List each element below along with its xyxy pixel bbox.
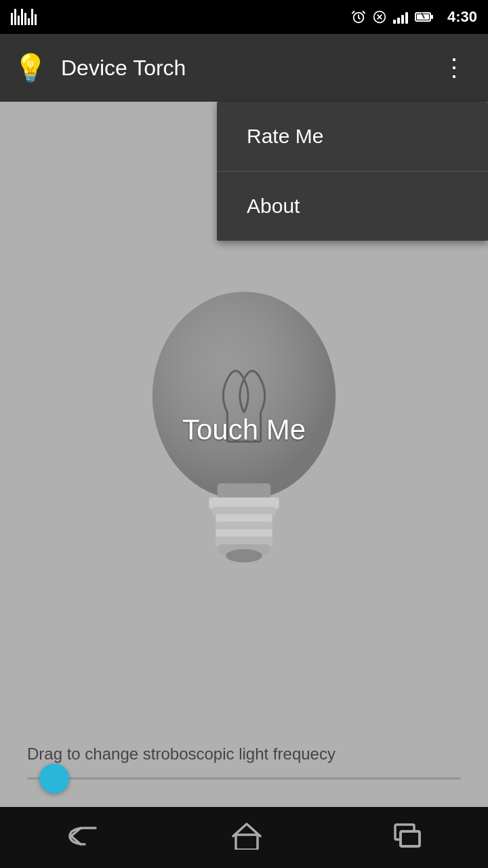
menu-item-rate-me[interactable]: Rate Me — [217, 102, 488, 172]
battery-icon — [415, 11, 434, 23]
cross-icon — [373, 10, 386, 24]
nav-home-button[interactable] — [211, 816, 282, 859]
alarm-icon — [351, 9, 366, 24]
barcode-icon — [11, 9, 37, 25]
nav-bar — [0, 807, 488, 868]
svg-rect-13 — [218, 484, 271, 500]
slider-thumb[interactable] — [39, 764, 69, 793]
slider-section: Drag to change stroboscopic light freque… — [0, 745, 488, 807]
nav-recents-button[interactable] — [372, 816, 443, 859]
home-icon — [232, 823, 262, 850]
nav-back-button[interactable] — [45, 818, 121, 856]
slider-track[interactable] — [27, 777, 461, 780]
slider-label: Drag to change stroboscopic light freque… — [27, 745, 461, 764]
status-bar: 4:30 — [0, 0, 488, 34]
svg-rect-22 — [236, 835, 258, 850]
dropdown-menu: Rate Me About — [217, 102, 488, 241]
recents-icon — [392, 823, 422, 849]
app-bar-title: Device Torch — [61, 56, 435, 81]
svg-rect-24 — [401, 831, 420, 846]
svg-point-9 — [152, 292, 336, 500]
menu-item-about[interactable]: About — [217, 172, 488, 241]
back-icon — [66, 825, 101, 847]
svg-rect-5 — [431, 15, 433, 19]
svg-point-21 — [226, 549, 262, 563]
status-bar-left — [11, 9, 37, 25]
more-options-button[interactable]: ⋮ — [435, 47, 474, 89]
app-bar-bulb-icon: 💡 — [14, 52, 47, 84]
app-bar: 💡 Device Torch ⋮ — [0, 34, 488, 102]
signal-bars-icon — [393, 10, 408, 24]
touch-me-label: Touch Me — [182, 414, 306, 446]
status-time: 4:30 — [447, 8, 477, 26]
status-bar-icons: 4:30 — [351, 8, 477, 26]
